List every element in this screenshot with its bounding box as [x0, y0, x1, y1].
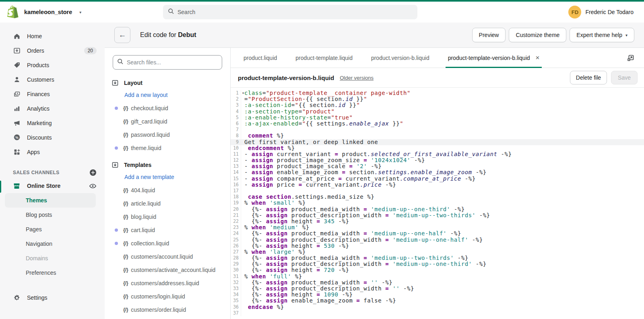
- code-line: 6:a-ajax-enabled="{{ settings.enable_aja…: [231, 121, 644, 127]
- user-menu[interactable]: FD Frederic De Todaro: [568, 6, 644, 19]
- editor-tab[interactable]: product-template.liquid: [295, 48, 353, 68]
- sidebar-item-orders[interactable]: Orders 20: [5, 43, 100, 58]
- code-line: 15- assign compare_at_price = current_va…: [231, 176, 644, 182]
- sidebar-item-finances[interactable]: Finances: [5, 87, 100, 101]
- sidebar-item-label: Marketing: [27, 120, 52, 126]
- file-section-layout[interactable]: Layout: [105, 78, 230, 88]
- bar-chart-icon: [13, 105, 21, 113]
- sidebar-item-blog-posts[interactable]: Blog posts: [5, 208, 96, 222]
- code-text: {%- assign product_media_width = '' -%}: [241, 280, 392, 286]
- sidebar-item-pages[interactable]: Pages: [5, 222, 96, 237]
- global-search-input[interactable]: Search: [163, 5, 417, 19]
- code-text: {%- assign product_media_width = 'medium…: [241, 206, 465, 212]
- store-switcher[interactable]: kameleoon_store ▾: [0, 5, 81, 19]
- sidebar-item-marketing[interactable]: Marketing: [5, 116, 100, 130]
- expert-theme-help-label: Expert theme help: [576, 32, 622, 38]
- code-text: {%- assign product_description_width = '…: [241, 261, 487, 267]
- user-name: Frederic De Todaro: [585, 9, 634, 15]
- sidebar-item-domains[interactable]: Domains: [5, 251, 96, 265]
- view-store-eye-icon[interactable]: [89, 182, 97, 190]
- sidebar-item-themes[interactable]: Themes: [5, 193, 96, 208]
- code-line: 18 case section.settings.media_size %}: [231, 194, 644, 200]
- customize-theme-button[interactable]: Customize theme: [509, 28, 566, 42]
- editor-tab[interactable]: product.version-b.liquid: [371, 48, 429, 68]
- file-item[interactable]: {/}customers/login.liquid: [105, 290, 230, 303]
- file-item[interactable]: {/}gift_card.liquid: [105, 115, 230, 128]
- file-name: checkout.liquid: [131, 105, 168, 111]
- file-search-input[interactable]: Search files...: [113, 55, 222, 70]
- save-button[interactable]: Save: [611, 71, 638, 84]
- code-line: 25 {%- assign product_description_width …: [231, 237, 644, 243]
- editor-tab[interactable]: product-template-version-b.liquid×: [448, 48, 540, 68]
- file-section-title: Layout: [124, 80, 142, 86]
- file-item[interactable]: {/}404.liquid: [105, 183, 230, 197]
- line-number: 33: [231, 286, 241, 292]
- code-line: 7: [231, 127, 644, 133]
- line-number: 19: [231, 200, 241, 206]
- file-search-placeholder: Search files...: [127, 59, 161, 66]
- file-item[interactable]: {/}customers/addresses.liquid: [105, 276, 230, 290]
- older-versions-link[interactable]: Older versions: [340, 75, 374, 81]
- file-item[interactable]: {/}cart.liquid: [105, 223, 230, 237]
- file-item[interactable]: {/}blog.liquid: [105, 210, 230, 223]
- line-number: 10: [231, 145, 241, 151]
- line-number: 3: [231, 102, 241, 108]
- chevron-down-icon: ▾: [625, 33, 627, 37]
- sidebar-item-settings[interactable]: Settings: [5, 290, 100, 305]
- file-section-templates[interactable]: Templates: [105, 160, 230, 170]
- sidebar-item-apps[interactable]: Apps: [5, 145, 100, 159]
- person-icon: [13, 76, 21, 84]
- code-text: {%- assign height = 720 -%}: [241, 267, 349, 273]
- file-item[interactable]: {/}customers/activate_account.liquid: [105, 263, 230, 276]
- code-line: 21 {%- assign product_description_width …: [231, 212, 644, 218]
- tab-label: product.version-b.liquid: [371, 55, 429, 61]
- expert-theme-help-button[interactable]: Expert theme help▾: [570, 28, 634, 42]
- discount-icon: %: [13, 134, 21, 142]
- file-item[interactable]: {/}article.liquid: [105, 197, 230, 210]
- expand-editor-icon[interactable]: [626, 54, 635, 62]
- sidebar-item-navigation[interactable]: Navigation: [5, 237, 96, 251]
- sidebar-item-preferences[interactable]: Preferences: [5, 265, 96, 280]
- sidebar-item-label: Home: [27, 33, 42, 39]
- file-item[interactable]: {/}collection.liquid: [105, 237, 230, 250]
- back-button[interactable]: ←: [114, 27, 130, 43]
- file-item[interactable]: {/}password.liquid: [105, 128, 230, 141]
- sidebar-item-products[interactable]: Products: [5, 58, 100, 72]
- file-name: article.liquid: [131, 200, 161, 207]
- code-line: 2="ProductSection-{{ section.id }}": [231, 96, 644, 102]
- close-tab-icon[interactable]: ×: [536, 54, 540, 61]
- code-line: 20 {%- assign product_media_width = 'med…: [231, 206, 644, 212]
- code-text: :a-enable-history-state="true": [241, 115, 353, 121]
- liquid-file-icon: {/}: [123, 240, 128, 246]
- file-item[interactable]: {/}checkout.liquid: [105, 101, 230, 115]
- preview-button[interactable]: Preview: [472, 28, 506, 42]
- code-text: endcase %}: [241, 304, 284, 310]
- sidebar-item-discounts[interactable]: % Discounts: [5, 130, 100, 145]
- sidebar-item-home[interactable]: Home: [5, 29, 100, 43]
- code-line: 27% when 'large' %}: [231, 249, 644, 255]
- delete-file-button[interactable]: Delete file: [570, 71, 607, 84]
- add-new-layout-link[interactable]: Add a new layout: [105, 88, 230, 101]
- file-header: product-template-version-b.liquid Older …: [231, 68, 644, 88]
- line-number: 6: [231, 121, 241, 127]
- editor-tab[interactable]: product.liquid: [244, 48, 277, 68]
- tab-label: product-template.liquid: [295, 55, 353, 61]
- file-item[interactable]: {/}customers/order.liquid: [105, 303, 230, 316]
- file-item[interactable]: {/}theme.liquid: [105, 141, 230, 154]
- search-icon: [168, 8, 174, 16]
- fold-arrow-icon[interactable]: ▾: [242, 90, 244, 96]
- add-sales-channel-button[interactable]: [89, 169, 97, 176]
- page-title-prefix: Edit code for: [140, 31, 178, 38]
- sidebar-item-online-store[interactable]: Online Store: [5, 179, 100, 193]
- code-area[interactable]: 1▾class="product-template__container pag…: [231, 88, 644, 319]
- code-line: 29 {%- assign product_description_width …: [231, 261, 644, 267]
- sidebar-item-label: Settings: [27, 294, 47, 301]
- sidebar-item-analytics[interactable]: Analytics: [5, 101, 100, 116]
- file-item[interactable]: {/}customers/account.liquid: [105, 250, 230, 263]
- code-line: 9Get first variant, or deep linked one: [231, 139, 644, 145]
- line-number: 8: [231, 133, 241, 139]
- sidebar-item-customers[interactable]: Customers: [5, 72, 100, 87]
- add-new-templates-link[interactable]: Add a new template: [105, 170, 230, 183]
- sidebar: Home Orders 20 Products Customers: [0, 23, 105, 319]
- code-line: 14- assign enable_image_zoom = section.s…: [231, 169, 644, 175]
